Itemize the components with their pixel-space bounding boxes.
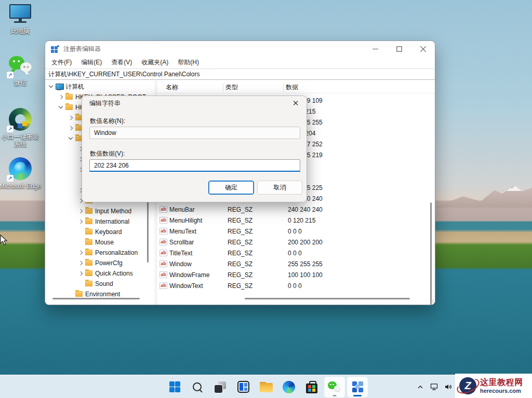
desktop-icon-wechat[interactable]: ↗ 微信 (0, 55, 42, 87)
value-data: 100 100 100 (286, 271, 435, 279)
value-data: 0 0 0 (286, 282, 435, 290)
task-view-button[interactable] (210, 377, 231, 397)
registry-value-row[interactable]: WindowTextREG_SZ0 0 0 (156, 280, 435, 291)
value-data: 200 200 200 (286, 239, 435, 246)
tree-item-label: Environment (85, 291, 120, 298)
widgets-icon (237, 381, 249, 393)
dialog-title: 编辑字符串 (89, 99, 121, 108)
registry-value-row[interactable]: ScrollbarREG_SZ200 200 200 (156, 237, 435, 248)
string-value-icon (159, 217, 167, 224)
expander-icon[interactable] (57, 102, 65, 113)
start-button[interactable] (164, 377, 185, 397)
list-vertical-scrollbar[interactable] (430, 202, 432, 305)
watermark-site-name: 这里教程网 (480, 378, 523, 387)
tree-item-Quick Actions[interactable]: Quick Actions (45, 268, 155, 279)
search-button[interactable] (187, 377, 208, 397)
column-header-name[interactable]: 名称 (156, 83, 223, 92)
registry-value-row[interactable]: WindowREG_SZ255 255 255 (156, 258, 435, 269)
desktop-icon-edge[interactable]: ↗ Microsoft Edge (0, 157, 42, 190)
value-name: WindowFrame (169, 271, 225, 279)
regedit-taskbar-button[interactable] (347, 377, 368, 397)
menu-item-0[interactable]: 文件(F) (47, 57, 76, 68)
menu-item-3[interactable]: 收藏夹(A) (137, 57, 173, 68)
expander-icon[interactable] (57, 92, 65, 102)
menu-item-2[interactable]: 查看(V) (107, 57, 137, 68)
shortcut-arrow-icon: ↗ (7, 175, 14, 182)
menu-item-4[interactable]: 帮助(H) (173, 57, 204, 68)
tree-item-Mouse[interactable]: Mouse (45, 237, 155, 248)
file-explorer-button[interactable] (256, 377, 276, 397)
title-bar[interactable]: 注册表编辑器 (45, 41, 435, 57)
tree-horizontal-scrollbar[interactable] (52, 298, 140, 299)
menu-item-1[interactable]: 编辑(E) (76, 57, 107, 68)
tree-item-Input Method[interactable]: Input Method (45, 206, 155, 216)
window-title: 注册表编辑器 (63, 45, 101, 53)
desktop-icon-this-pc[interactable]: 此电脑 (0, 3, 42, 35)
expander-icon[interactable] (77, 258, 85, 268)
edge-button[interactable] (278, 377, 299, 397)
edge-icon (283, 381, 295, 393)
regedit-app-icon (51, 45, 59, 53)
registry-value-row[interactable]: TitleTextREG_SZ0 0 0 (156, 248, 435, 258)
microsoft-store-icon (306, 383, 317, 393)
close-button[interactable] (411, 41, 435, 57)
registry-value-row[interactable]: MenuTextREG_SZ0 0 0 (156, 226, 435, 237)
tree-item-Personalization[interactable]: Personalization (45, 248, 155, 258)
address-bar[interactable]: 计算机\HKEY_CURRENT_USER\Control Panel\Colo… (45, 68, 435, 80)
cancel-button[interactable]: 取消 (257, 181, 302, 195)
tree-item-计算机[interactable]: 计算机 (45, 81, 155, 92)
tree-item-label: Input Method (95, 208, 131, 215)
wechat-taskbar-button[interactable] (324, 377, 345, 397)
expander-icon[interactable] (67, 123, 75, 133)
expander-icon[interactable] (77, 268, 85, 279)
value-data: 0 0 0 (286, 162, 435, 170)
value-name-label: 数值名称(N): (90, 117, 125, 126)
tree-item-label: Mouse (95, 239, 114, 246)
string-value-icon (159, 228, 167, 235)
icon-label: 微信 (0, 79, 42, 87)
tree-item-Keyboard[interactable]: Keyboard (45, 227, 155, 237)
tree-item-PowerCfg[interactable]: PowerCfg (45, 258, 155, 268)
shortcut-arrow-icon: ↗ (7, 72, 14, 78)
widgets-button[interactable] (233, 377, 254, 397)
expander-icon[interactable] (77, 206, 85, 216)
value-type: REG_SZ (225, 250, 286, 257)
expander-icon[interactable] (67, 133, 75, 144)
registry-value-row[interactable]: WindowFrameREG_SZ100 100 100 (156, 269, 435, 280)
resize-grip-icon[interactable] (428, 298, 433, 303)
store-button[interactable] (301, 377, 322, 397)
registry-value-row[interactable]: MenuBarREG_SZ240 240 240 (156, 204, 435, 215)
folder-icon (75, 291, 83, 297)
expander-icon[interactable] (67, 113, 75, 123)
desktop-icon-xiaobai[interactable]: ↗ 小白一键重装系统 (0, 108, 42, 148)
dialog-close-icon[interactable]: ✕ (290, 98, 301, 109)
tree-item-International[interactable]: International (45, 216, 155, 227)
registry-value-row[interactable]: MenuHilightREG_SZ0 120 215 (156, 215, 435, 226)
edge-icon: ↗ (8, 157, 33, 181)
value-data: 0 120 215 (286, 217, 435, 224)
tree-item-label: Sound (95, 280, 113, 287)
expander-icon[interactable] (77, 248, 85, 258)
dialog-title-bar[interactable]: 编辑字符串 ✕ (82, 96, 307, 111)
watermark-logo-icon: Z (458, 376, 477, 395)
ok-button[interactable]: 确定 (208, 181, 254, 195)
tree-item-Sound[interactable]: Sound (45, 279, 155, 289)
value-name-field[interactable]: Window (89, 127, 300, 139)
value-data-field[interactable]: 202 234 206 (89, 159, 300, 172)
column-header-type[interactable]: 类型 (223, 83, 283, 92)
volume-icon[interactable] (444, 382, 453, 392)
value-data: 0 120 215 (286, 108, 435, 115)
maximize-button[interactable] (387, 41, 411, 57)
search-icon (192, 381, 203, 393)
xiaobai-reinstall-icon: ↗ (8, 108, 33, 132)
column-header-data[interactable]: 数据 (283, 83, 435, 92)
expander-icon[interactable] (47, 81, 55, 92)
value-data: 255 255 255 (286, 260, 435, 268)
network-icon[interactable] (430, 382, 439, 392)
list-horizontal-scrollbar[interactable] (245, 298, 410, 299)
minimize-button[interactable] (363, 41, 387, 57)
icon-label: Microsoft Edge (0, 183, 42, 190)
tray-chevron-up-icon[interactable] (416, 382, 425, 392)
mountain-shape (433, 183, 532, 208)
expander-icon[interactable] (77, 216, 85, 227)
